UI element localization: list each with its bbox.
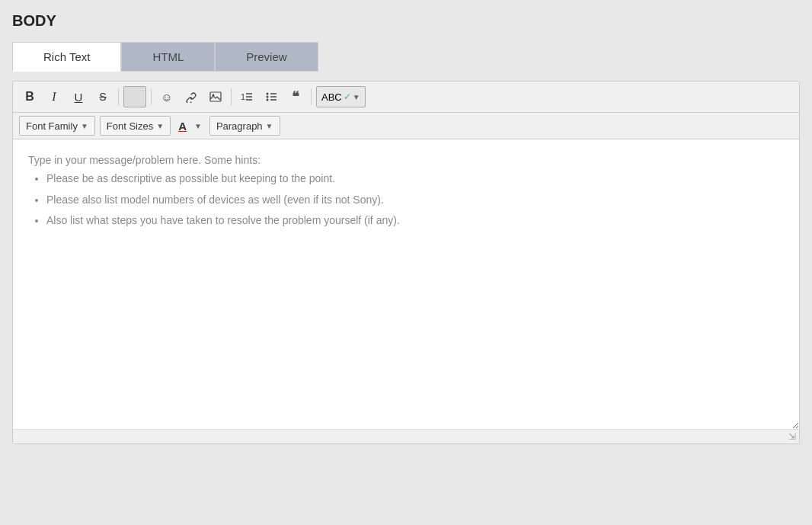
ordered-list-button[interactable]: 1. bbox=[236, 86, 257, 107]
image-icon bbox=[209, 91, 222, 103]
svg-point-6 bbox=[267, 93, 269, 95]
spell-check-icon: ✓ bbox=[344, 91, 351, 102]
strikethrough-button[interactable]: S bbox=[92, 86, 113, 107]
toolbar-row2: Font Family ▼ Font Sizes ▼ A ▼ Paragraph… bbox=[13, 113, 799, 139]
unordered-list-button[interactable] bbox=[261, 86, 282, 107]
font-sizes-dropdown[interactable]: Font Sizes ▼ bbox=[100, 116, 171, 136]
svg-point-8 bbox=[267, 99, 269, 101]
font-family-label: Font Family bbox=[26, 120, 78, 132]
font-sizes-arrow: ▼ bbox=[156, 122, 164, 130]
resize-handle: ⇲ bbox=[13, 429, 799, 443]
tab-rich-text[interactable]: Rich Text bbox=[12, 42, 121, 72]
underline-button[interactable]: U bbox=[68, 86, 89, 107]
editor-hint-2: Please also list model numbers of device… bbox=[46, 191, 784, 210]
paragraph-label: Paragraph bbox=[216, 120, 263, 132]
editor-hint-list: Please be as descriptive as possible but… bbox=[46, 170, 784, 230]
svg-point-7 bbox=[267, 96, 269, 98]
toolbar-row1: B I U S ☺ 1. bbox=[13, 82, 799, 113]
editor-hint-1: Please be as descriptive as possible but… bbox=[46, 170, 784, 188]
ordered-list-icon: 1. bbox=[241, 91, 253, 103]
font-color-arrow: ▼ bbox=[194, 122, 202, 130]
color-swatch-button[interactable] bbox=[123, 86, 146, 107]
paragraph-dropdown[interactable]: Paragraph ▼ bbox=[209, 116, 280, 136]
paragraph-arrow: ▼ bbox=[266, 122, 273, 130]
link-button[interactable] bbox=[181, 86, 202, 107]
link-icon bbox=[185, 91, 197, 103]
quote-button[interactable]: ❝ bbox=[285, 86, 306, 107]
font-color-dropdown[interactable]: ▼ bbox=[191, 116, 205, 136]
toolbar-separator2 bbox=[151, 88, 152, 105]
spell-check-button[interactable]: ABC ✓ ▼ bbox=[316, 86, 366, 107]
image-button[interactable] bbox=[205, 86, 226, 107]
editor-hint-3: Also list what steps you have taken to r… bbox=[46, 212, 784, 230]
editor-placeholder-line: Type in your message/problem here. Some … bbox=[28, 152, 784, 170]
toolbar-separator4 bbox=[311, 88, 312, 105]
tab-html[interactable]: HTML bbox=[121, 42, 215, 72]
svg-rect-0 bbox=[210, 92, 221, 101]
toolbar-separator3 bbox=[231, 88, 232, 105]
editor-wrapper: B I U S ☺ 1. bbox=[12, 81, 800, 444]
font-family-arrow: ▼ bbox=[81, 122, 88, 130]
spell-check-arrow: ▼ bbox=[353, 93, 360, 101]
bold-button[interactable]: B bbox=[19, 86, 40, 107]
spell-check-label: ABC bbox=[321, 91, 342, 103]
page-title: BODY bbox=[12, 12, 800, 30]
editor-area[interactable]: Type in your message/problem here. Some … bbox=[13, 139, 799, 429]
tab-preview[interactable]: Preview bbox=[215, 42, 318, 72]
font-color-row: A ▼ bbox=[175, 116, 205, 136]
font-sizes-label: Font Sizes bbox=[107, 120, 153, 132]
emoji-button[interactable]: ☺ bbox=[156, 86, 177, 107]
unordered-list-icon bbox=[265, 91, 277, 103]
italic-button[interactable]: I bbox=[43, 86, 65, 107]
font-color-a[interactable]: A bbox=[175, 118, 190, 134]
font-family-dropdown[interactable]: Font Family ▼ bbox=[19, 116, 95, 136]
toolbar-separator1 bbox=[118, 88, 119, 105]
tabs-container: Rich Text HTML Preview bbox=[12, 42, 800, 72]
